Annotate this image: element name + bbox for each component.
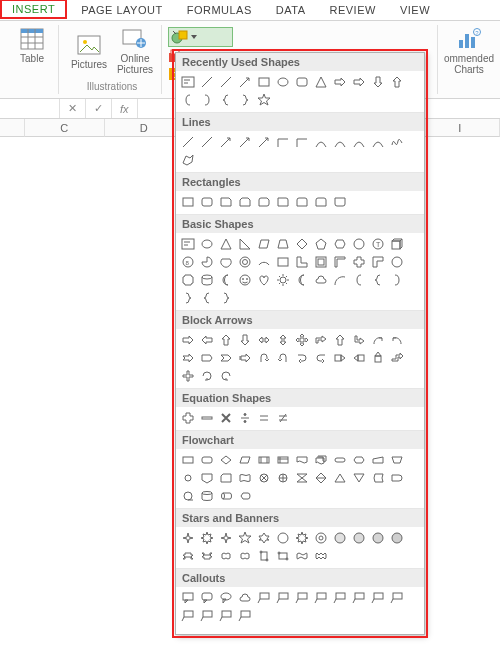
recommended-charts-button[interactable]: ? ommended Charts (444, 27, 494, 75)
enter-icon[interactable]: ✓ (86, 99, 112, 118)
shape-arrow[interactable] (256, 134, 272, 150)
shape-card[interactable] (218, 470, 234, 486)
shape-arrow-callout2[interactable] (351, 350, 367, 366)
shape-pentagon[interactable] (313, 236, 329, 252)
column-header[interactable]: I (421, 119, 501, 137)
shape-arrow-l[interactable] (199, 332, 215, 348)
shape-line-callout11[interactable] (218, 608, 234, 624)
shape-arrow-d[interactable] (237, 332, 253, 348)
shape-star16[interactable] (351, 530, 367, 546)
shape-brace-r[interactable] (180, 290, 196, 306)
shape-direct[interactable] (218, 488, 234, 504)
shape-heptagon[interactable] (351, 236, 367, 252)
shape-smiley[interactable] (237, 272, 253, 288)
shape-bracket-r[interactable] (199, 92, 215, 108)
shape-curve[interactable] (313, 134, 329, 150)
shape-star[interactable] (256, 92, 272, 108)
shape-line-callout6[interactable] (351, 590, 367, 606)
shape-seqaccess[interactable] (180, 488, 196, 504)
shape-arrow-quad[interactable] (294, 332, 310, 348)
shape-triangle[interactable] (218, 236, 234, 252)
name-box[interactable] (0, 99, 60, 118)
shape-ribbon2-down[interactable] (237, 548, 253, 564)
tab-formulas[interactable]: FORMULAS (175, 0, 264, 20)
shape-equal[interactable] (256, 410, 272, 426)
shape-line[interactable] (199, 74, 215, 90)
shape-brace-l[interactable] (370, 272, 386, 288)
shape-brace-r[interactable] (237, 92, 253, 108)
shape-collate[interactable] (294, 470, 310, 486)
shape-snip2[interactable] (237, 194, 253, 210)
shape-cloud[interactable] (313, 272, 329, 288)
shape-line[interactable] (180, 134, 196, 150)
shape-l-shape[interactable] (294, 254, 310, 270)
shape-ribbon2-up[interactable] (218, 548, 234, 564)
shape-star10[interactable] (313, 530, 329, 546)
shape-process[interactable] (180, 452, 196, 468)
shape-star24[interactable] (370, 530, 386, 546)
shape-snipround[interactable] (256, 194, 272, 210)
shape-doublewave[interactable] (313, 548, 329, 564)
shape-diamond[interactable] (294, 236, 310, 252)
shape-arrow-uturn2[interactable] (275, 350, 291, 366)
shape-line-callout4[interactable] (313, 590, 329, 606)
shape-arrow-down[interactable] (370, 74, 386, 90)
shape-textbox[interactable] (180, 74, 196, 90)
shape-can[interactable] (199, 272, 215, 288)
shape-arrow-notch[interactable] (180, 350, 196, 366)
shape-line[interactable] (199, 134, 215, 150)
shape-brace-r[interactable] (218, 290, 234, 306)
cancel-icon[interactable]: ✕ (60, 99, 86, 118)
shape-line[interactable] (218, 74, 234, 90)
shape-ring[interactable] (237, 254, 253, 270)
shape-times[interactable] (218, 410, 234, 426)
pictures-button[interactable]: Pictures (67, 27, 111, 75)
shape-arc[interactable] (256, 254, 272, 270)
shape-internal[interactable] (275, 452, 291, 468)
shape-plus[interactable] (180, 410, 196, 426)
shape-hexagon[interactable] (332, 236, 348, 252)
shape-not-equal[interactable] (275, 410, 291, 426)
shape-arrow-r[interactable] (332, 74, 348, 90)
shape-wave[interactable] (294, 548, 310, 564)
shape-bracket-l[interactable] (351, 272, 367, 288)
shape-rect[interactable] (180, 194, 196, 210)
shape-heart[interactable] (256, 272, 272, 288)
shape-brace-l[interactable] (199, 290, 215, 306)
shape-pentagon-a[interactable] (199, 350, 215, 366)
shape-divide[interactable] (237, 410, 253, 426)
shape-display[interactable] (237, 488, 253, 504)
shape-line-callout7[interactable] (370, 590, 386, 606)
shape-sort[interactable] (313, 470, 329, 486)
shape-magdisk[interactable] (199, 488, 215, 504)
shape-arc2[interactable] (332, 272, 348, 288)
shape-star5[interactable] (237, 530, 253, 546)
shape-elbow[interactable] (294, 134, 310, 150)
shape-bent2[interactable] (389, 350, 405, 366)
shape-roundrect[interactable] (294, 74, 310, 90)
shape-arrow-uturn[interactable] (256, 350, 272, 366)
shape-ribbon-down[interactable] (199, 548, 215, 564)
shape-delay[interactable] (389, 470, 405, 486)
shape-circle[interactable] (389, 254, 405, 270)
shape-round1[interactable] (275, 194, 291, 210)
shape-speech-oval[interactable] (218, 590, 234, 606)
shape-bent3[interactable] (180, 368, 196, 384)
shape-line-callout5[interactable] (332, 590, 348, 606)
shape-freeform[interactable] (180, 152, 196, 168)
shape-elbow[interactable] (275, 134, 291, 150)
select-all-cell[interactable] (0, 119, 25, 137)
shape-roundrect[interactable] (199, 194, 215, 210)
tab-page-layout[interactable]: PAGE LAYOUT (69, 0, 175, 20)
shape-sun[interactable] (275, 272, 291, 288)
shape-speech-round[interactable] (199, 590, 215, 606)
column-header[interactable]: D (105, 119, 185, 137)
shape-brace-l[interactable] (218, 92, 234, 108)
shape-arrow-up[interactable] (389, 74, 405, 90)
shape-parallelogram[interactable] (256, 236, 272, 252)
shape-manual-op[interactable] (389, 452, 405, 468)
shape-line-callout10[interactable] (199, 608, 215, 624)
shape-decision[interactable] (218, 452, 234, 468)
shape-bracket-r[interactable] (389, 272, 405, 288)
shape-moon2[interactable] (294, 272, 310, 288)
